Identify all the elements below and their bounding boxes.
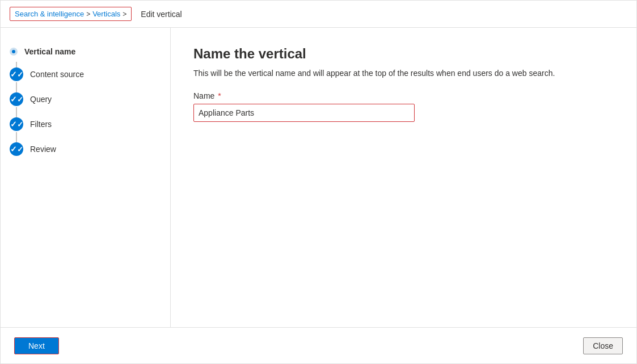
name-input[interactable] — [193, 104, 415, 122]
breadcrumb-sep-1: > — [86, 10, 90, 18]
content-area: Name the vertical This will be the verti… — [171, 28, 636, 327]
content-title: Name the vertical — [193, 46, 614, 62]
footer-right-actions: Close — [583, 337, 623, 354]
name-field-group: Name * — [193, 91, 614, 122]
footer: Next Close — [1, 327, 636, 363]
step-filters[interactable]: ✓ Filters — [10, 112, 161, 137]
required-indicator: * — [218, 91, 221, 100]
stepper-sidebar: Vertical name ✓ Content source ✓ Query ✓… — [1, 28, 171, 327]
breadcrumb-verticals[interactable]: Verticals — [92, 10, 120, 18]
step-label-review: Review — [30, 145, 56, 154]
step-circle-filters: ✓ — [10, 117, 23, 131]
step-circle-query: ✓ — [10, 92, 23, 106]
step-query[interactable]: ✓ Query — [10, 87, 161, 112]
page-title: Edit vertical — [141, 10, 182, 19]
step-review[interactable]: ✓ Review — [10, 137, 161, 156]
breadcrumb-search-intelligence[interactable]: Search & intelligence — [15, 10, 84, 18]
step-label-filters: Filters — [30, 120, 52, 129]
step-vertical-name[interactable]: Vertical name — [10, 41, 161, 62]
content-description: This will be the vertical name and will … — [193, 69, 579, 78]
step-label-query: Query — [30, 95, 52, 104]
step-label-content-source: Content source — [30, 70, 84, 79]
breadcrumb: Search & intelligence > Verticals > — [10, 7, 132, 21]
close-button[interactable]: Close — [583, 337, 623, 354]
step-circle-review: ✓ — [10, 142, 23, 156]
step-circle-vertical-name — [10, 48, 18, 56]
name-input-wrapper — [193, 104, 614, 122]
footer-left-actions: Next — [14, 337, 59, 354]
header: Search & intelligence > Verticals > Edit… — [1, 1, 636, 28]
step-content-source[interactable]: ✓ Content source — [10, 62, 161, 87]
name-field-label: Name * — [193, 91, 614, 100]
next-button[interactable]: Next — [14, 337, 59, 354]
step-label-vertical-name: Vertical name — [24, 47, 75, 56]
breadcrumb-sep-2: > — [123, 10, 126, 18]
step-circle-content-source: ✓ — [10, 67, 23, 81]
main-area: Vertical name ✓ Content source ✓ Query ✓… — [1, 28, 636, 327]
